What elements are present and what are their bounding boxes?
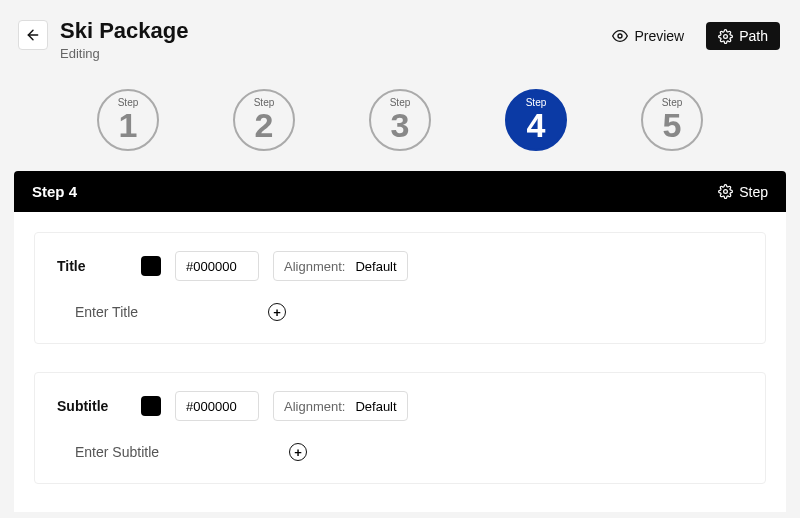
alignment-value: Default: [355, 259, 396, 274]
title-alignment-select[interactable]: Alignment: Default: [273, 251, 408, 281]
panel: Step 4 Step Title Alignment: Default Ent…: [14, 171, 786, 512]
subtitle-card: Subtitle Alignment: Default Enter Subtit…: [34, 372, 766, 484]
gear-icon: [718, 184, 733, 199]
svg-point-2: [724, 34, 728, 38]
step-1[interactable]: Step 1: [97, 89, 159, 151]
step-num: 1: [119, 108, 138, 142]
title-label: Title: [57, 258, 127, 274]
subtitle-color-swatch[interactable]: [141, 396, 161, 416]
preview-label: Preview: [634, 28, 684, 44]
step-num: 2: [255, 108, 274, 142]
panel-head: Step 4 Step: [14, 171, 786, 212]
step-num: 4: [527, 108, 546, 142]
title-placeholder[interactable]: Enter Title: [75, 304, 138, 320]
plus-icon: +: [273, 306, 281, 319]
eye-icon: [612, 28, 628, 44]
arrow-left-icon: [25, 27, 41, 43]
preview-button[interactable]: Preview: [600, 22, 696, 50]
step-3[interactable]: Step 3: [369, 89, 431, 151]
step-num: 3: [391, 108, 410, 142]
back-button[interactable]: [18, 20, 48, 50]
title-block: Ski Package Editing: [60, 18, 600, 61]
subtitle-color-input[interactable]: [175, 391, 259, 421]
title-color-input[interactable]: [175, 251, 259, 281]
step-num: 5: [663, 108, 682, 142]
svg-point-3: [724, 190, 728, 194]
subtitle-alignment-select[interactable]: Alignment: Default: [273, 391, 408, 421]
panel-step-button[interactable]: Step: [718, 184, 768, 200]
add-subtitle-button[interactable]: +: [289, 443, 307, 461]
path-label: Path: [739, 28, 768, 44]
alignment-prefix: Alignment:: [284, 259, 345, 274]
page-subtitle: Editing: [60, 46, 600, 61]
subtitle-placeholder[interactable]: Enter Subtitle: [75, 444, 159, 460]
panel-step-label: Step: [739, 184, 768, 200]
stepper: Step 1 Step 2 Step 3 Step 4 Step 5: [0, 61, 800, 171]
plus-icon: +: [294, 446, 302, 459]
alignment-value: Default: [355, 399, 396, 414]
svg-point-1: [618, 34, 622, 38]
add-title-button[interactable]: +: [268, 303, 286, 321]
subtitle-label: Subtitle: [57, 398, 127, 414]
page-title: Ski Package: [60, 18, 600, 44]
title-color-swatch[interactable]: [141, 256, 161, 276]
alignment-prefix: Alignment:: [284, 399, 345, 414]
path-button[interactable]: Path: [706, 22, 780, 50]
step-5[interactable]: Step 5: [641, 89, 703, 151]
step-2[interactable]: Step 2: [233, 89, 295, 151]
panel-title: Step 4: [32, 183, 77, 200]
step-4[interactable]: Step 4: [505, 89, 567, 151]
title-card: Title Alignment: Default Enter Title +: [34, 232, 766, 344]
gear-icon: [718, 29, 733, 44]
